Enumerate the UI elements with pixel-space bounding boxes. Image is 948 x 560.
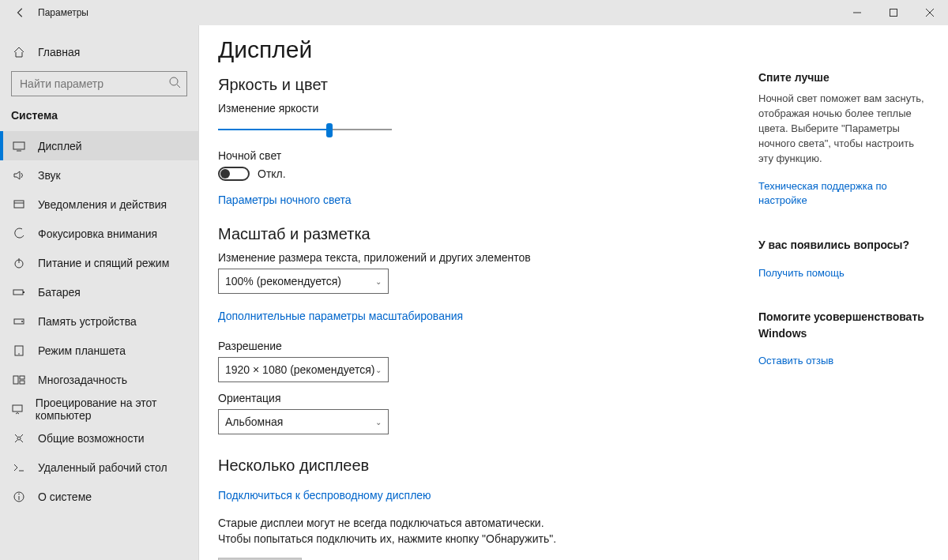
sidebar-item-label: Уведомления и действия: [38, 198, 167, 211]
aside-title: У вас появились вопросы?: [758, 237, 929, 253]
svg-rect-12: [13, 290, 23, 295]
aside-link-support[interactable]: Техническая поддержка по настройке: [758, 179, 929, 209]
back-button[interactable]: [8, 0, 33, 25]
svg-rect-18: [13, 376, 18, 384]
about-icon: [11, 490, 27, 503]
minimize-icon: [853, 9, 861, 17]
svg-point-15: [21, 321, 23, 322]
nightlight-label: Ночной свет: [218, 149, 739, 162]
svg-rect-19: [20, 376, 24, 379]
close-button[interactable]: [912, 0, 948, 25]
svg-point-22: [17, 437, 21, 440]
brightness-slider[interactable]: [218, 121, 392, 140]
aside-block-feedback: Помогите усовершенствовать Windows Остав…: [758, 309, 929, 374]
toggle-knob: [220, 169, 230, 179]
titlebar: Параметры: [0, 0, 948, 25]
section-scale-layout: Масштаб и разметка: [218, 225, 739, 243]
nightlight-toggle[interactable]: [218, 167, 250, 181]
sidebar-item-label: Удаленный рабочий стол: [38, 461, 167, 474]
aside-link-feedback[interactable]: Оставить отзыв: [758, 354, 833, 369]
advanced-scaling-link[interactable]: Дополнительные параметры масштабирования: [218, 310, 463, 322]
sidebar-item-label: Фокусировка внимания: [38, 227, 157, 240]
sidebar-item-remote[interactable]: Удаленный рабочий стол: [0, 453, 198, 482]
svg-point-17: [18, 353, 20, 355]
sidebar-group-header: Система: [0, 104, 198, 123]
nightlight-settings-link[interactable]: Параметры ночного света: [218, 194, 352, 206]
tablet-icon: [11, 344, 27, 357]
sound-icon: [11, 169, 27, 182]
display-icon: [11, 140, 27, 152]
scale-label: Изменение размера текста, приложений и д…: [218, 251, 739, 264]
sidebar-item-battery[interactable]: Батарея: [0, 277, 198, 306]
svg-rect-1: [890, 9, 897, 17]
svg-line-5: [177, 85, 180, 88]
slider-fill: [218, 129, 329, 130]
sidebar-item-multitasking[interactable]: Многозадачность: [0, 365, 198, 394]
resolution-value: 1920 × 1080 (рекомендуется): [225, 363, 374, 376]
slider-thumb[interactable]: [326, 123, 333, 137]
sidebar-item-label: Проецирование на этот компьютер: [36, 397, 187, 422]
svg-rect-6: [13, 142, 24, 149]
sidebar-item-tablet[interactable]: Режим планшета: [0, 336, 198, 365]
sidebar-item-label: Режим планшета: [38, 344, 126, 357]
sidebar-item-sound[interactable]: Звук: [0, 160, 198, 190]
chevron-down-icon: ⌄: [375, 418, 382, 427]
scale-select[interactable]: 100% (рекомендуется) ⌄: [218, 269, 389, 294]
shared-experiences-icon: [11, 432, 27, 445]
page-title: Дисплей: [218, 36, 739, 63]
detect-note: Старые дисплеи могут не всегда подключат…: [218, 516, 558, 547]
resolution-label: Разрешение: [218, 340, 739, 352]
maximize-button[interactable]: [875, 0, 912, 25]
svg-rect-21: [13, 405, 22, 412]
connect-wireless-link[interactable]: Подключиться к беспроводному дисплею: [218, 489, 431, 502]
sidebar-item-label: Питание и спящий режим: [38, 257, 169, 269]
search-icon: [168, 76, 181, 88]
orientation-select[interactable]: Альбомная ⌄: [218, 409, 389, 434]
sidebar-item-about[interactable]: О системе: [0, 482, 198, 511]
nightlight-state: Откл.: [258, 167, 286, 180]
svg-point-25: [18, 493, 20, 494]
sidebar-item-storage[interactable]: Память устройства: [0, 306, 198, 336]
sidebar-item-shared[interactable]: Общие возможности: [0, 423, 198, 453]
aside-block-sleep: Спите лучше Ночной свет поможет вам засн…: [758, 70, 929, 215]
search-input[interactable]: [11, 71, 187, 96]
resolution-select[interactable]: 1920 × 1080 (рекомендуется) ⌄: [218, 357, 389, 382]
maximize-icon: [890, 9, 897, 17]
sidebar-item-notifications[interactable]: Уведомления и действия: [0, 190, 198, 219]
power-icon: [11, 257, 27, 269]
sidebar-item-label: Дисплей: [38, 140, 82, 152]
main-area: Дисплей Яркость и цвет Изменение яркости…: [199, 25, 948, 560]
content: Дисплей Яркость и цвет Изменение яркости…: [199, 25, 758, 560]
chevron-down-icon: ⌄: [375, 277, 382, 286]
aside-title: Спите лучше: [758, 70, 929, 85]
svg-rect-13: [23, 291, 24, 293]
remote-desktop-icon: [11, 461, 27, 474]
sidebar-item-focus[interactable]: Фокусировка внимания: [0, 219, 198, 248]
sidebar: Главная Система Дисплей Звук Уведомления…: [0, 25, 199, 560]
aside-title: Помогите усовершенствовать Windows: [758, 309, 929, 341]
arrow-left-icon: [15, 7, 26, 18]
home-button[interactable]: Главная: [0, 38, 198, 66]
minimize-button[interactable]: [839, 0, 875, 25]
projecting-icon: [11, 403, 24, 415]
sidebar-item-display[interactable]: Дисплей: [0, 131, 198, 160]
storage-icon: [11, 315, 27, 328]
orientation-label: Ориентация: [218, 392, 739, 404]
sidebar-item-label: О системе: [38, 490, 92, 503]
home-icon: [11, 46, 27, 58]
window-controls: [839, 0, 948, 25]
brightness-label: Изменение яркости: [218, 102, 739, 115]
svg-rect-20: [20, 381, 24, 384]
sidebar-item-label: Звук: [38, 169, 61, 182]
sidebar-item-label: Общие возможности: [38, 432, 145, 445]
section-brightness-color: Яркость и цвет: [218, 76, 739, 94]
scale-value: 100% (рекомендуется): [225, 275, 341, 288]
chevron-down-icon: ⌄: [375, 366, 382, 374]
svg-rect-8: [14, 201, 24, 208]
sidebar-item-label: Батарея: [38, 286, 81, 299]
window-title: Параметры: [33, 7, 88, 18]
sidebar-item-projecting[interactable]: Проецирование на этот компьютер: [0, 394, 198, 423]
sidebar-item-power[interactable]: Питание и спящий режим: [0, 248, 198, 277]
section-multiple-displays: Несколько дисплеев: [218, 457, 739, 475]
aside-link-help[interactable]: Получить помощь: [758, 266, 845, 281]
